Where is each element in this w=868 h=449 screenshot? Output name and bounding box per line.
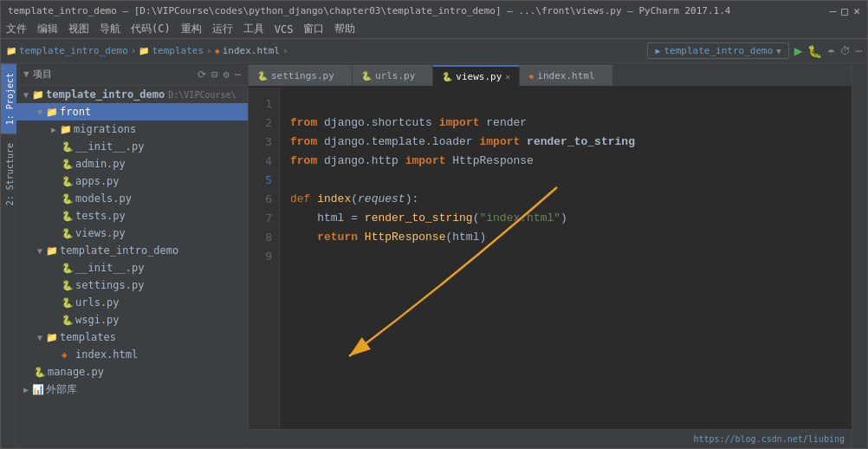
menu-refactor[interactable]: 重构 [181, 22, 202, 36]
tree-settings-label: settings.py [75, 279, 144, 291]
status-bar: https://blog.csdn.net/liubing [249, 429, 852, 448]
menu-edit[interactable]: 编辑 [37, 22, 58, 36]
templates-folder-icon: 📁 [46, 332, 60, 343]
menu-navigate[interactable]: 导航 [100, 22, 120, 36]
views-tab-icon: 🐍 [442, 72, 452, 81]
bc-root[interactable]: template_intro_demo [19, 45, 128, 56]
index-html-tab-icon: ◈ [528, 71, 534, 81]
window-title: template_intro_demo – [D:\VIPCourse\code… [8, 5, 730, 16]
tree-tid2-arrow: ▼ [34, 246, 46, 256]
panel-more-icon[interactable]: ⋯ [235, 68, 241, 81]
tab-index-html[interactable]: ◈ index.html ✕ [520, 65, 612, 86]
project-tree: ▼ 📁 template_intro_demo D:\VIPCourse\ ▼ … [16, 86, 248, 448]
line-num-2: 2 [256, 114, 272, 133]
panel-collapse-icon[interactable]: ⊟ [211, 68, 217, 81]
panel-title-label: 项目 [33, 68, 52, 81]
urls-py-icon: 🐍 [62, 297, 75, 309]
panel-dropdown-icon: ▼ [23, 68, 29, 80]
vertical-tabs-left: 1: Project 2: Structure [1, 63, 16, 448]
line-num-8: 8 [256, 228, 272, 247]
tree-root[interactable]: ▼ 📁 template_intro_demo D:\VIPCourse\ [16, 86, 248, 103]
profile-button[interactable]: ⏱ [840, 45, 851, 57]
init1-py-icon: 🐍 [62, 141, 75, 153]
menu-file[interactable]: 文件 [6, 22, 27, 36]
maximize-button[interactable]: □ [841, 4, 848, 17]
tab-urls-close[interactable]: ✕ [418, 71, 424, 81]
tab-settings-close[interactable]: ✕ [338, 71, 343, 81]
tab-views-close[interactable]: ✕ [505, 72, 510, 81]
wsgi-py-icon: 🐍 [62, 315, 75, 326]
line-num-4: 4 [256, 152, 272, 171]
menu-vcs[interactable]: VCS [275, 23, 294, 36]
window-controls: — □ ✕ [830, 4, 860, 17]
tab-index-html-label: index.html [537, 70, 594, 81]
tree-apps-label: apps.py [75, 175, 120, 187]
tree-templates[interactable]: ▼ 📁 templates [16, 329, 248, 346]
project-panel-header: ▼ 项目 ⟳ ⊟ ⚙ ⋯ [16, 63, 248, 86]
tree-front[interactable]: ▼ 📁 front [16, 103, 248, 120]
menu-bar: 文件 编辑 视图 导航 代码(C) 重构 运行 工具 VCS 窗口 帮助 [1, 20, 867, 39]
front-folder-icon: 📁 [46, 107, 60, 118]
tree-external[interactable]: ▶ 📊 外部库 [16, 381, 248, 398]
title-bar: template_intro_demo – [D:\VIPCourse\code… [1, 1, 867, 20]
external-icon: 📊 [32, 384, 46, 395]
line-num-5: 5 [256, 171, 272, 190]
tree-init1[interactable]: 🐍 __init__.py [16, 138, 248, 155]
tree-migrations[interactable]: ▶ 📁 migrations [16, 120, 248, 138]
bc-templates[interactable]: templates [152, 45, 204, 56]
tab-index-html-close[interactable]: ✕ [599, 71, 604, 81]
coverage-button[interactable]: ☂ [827, 44, 834, 58]
minimize-button[interactable]: — [830, 4, 837, 17]
vertical-tabs-right [852, 63, 867, 448]
tree-urls-file[interactable]: 🐍 urls.py [16, 294, 248, 311]
tree-root-label: template_intro_demo [46, 88, 165, 101]
vtab-project[interactable]: 1: Project [1, 63, 16, 133]
tree-models[interactable]: 🐍 models.py [16, 190, 248, 207]
tree-tests[interactable]: 🐍 tests.py [16, 207, 248, 224]
menu-help[interactable]: 帮助 [334, 22, 355, 36]
panel-gear-icon[interactable]: ⚙ [223, 68, 230, 81]
debug-button[interactable]: 🐛 [807, 44, 822, 58]
menu-code[interactable]: 代码(C) [131, 22, 171, 36]
tab-views[interactable]: 🐍 views.py ✕ [433, 65, 520, 86]
tree-wsgi[interactable]: 🐍 wsgi.py [16, 311, 248, 329]
menu-tools[interactable]: 工具 [243, 22, 264, 36]
close-button[interactable]: ✕ [853, 4, 860, 17]
menu-run[interactable]: 运行 [212, 22, 233, 36]
line-num-1: 1 [256, 94, 272, 114]
tests-py-icon: 🐍 [62, 211, 75, 222]
tree-init2[interactable]: 🐍 __init__.py [16, 259, 248, 277]
menu-view[interactable]: 视图 [68, 22, 89, 36]
tree-index-html[interactable]: ◈ index.html [16, 346, 248, 363]
more-run-button[interactable]: ⋯ [856, 45, 862, 57]
vtab-structure[interactable]: 2: Structure [1, 133, 16, 214]
code-editor[interactable]: 1 2 3 4 5 6 7 8 9 from django.shortcuts … [249, 88, 852, 429]
tab-urls[interactable]: 🐍 urls.py ✕ [353, 65, 433, 86]
admin-py-icon: 🐍 [62, 159, 75, 170]
tree-external-label: 外部库 [46, 382, 77, 397]
run-button[interactable]: ▶ [794, 42, 803, 59]
tree-tid2[interactable]: ▼ 📁 template_intro_demo [16, 242, 248, 259]
run-config-box[interactable]: ▶ template_intro_demo ▼ [647, 42, 788, 59]
tree-manage[interactable]: 🐍 manage.py [16, 363, 248, 381]
tree-migrations-arrow: ▶ [48, 125, 60, 134]
manage-py-icon: 🐍 [34, 367, 48, 378]
panel-sync-icon[interactable]: ⟳ [198, 68, 206, 81]
code-line-7: return HttpResponse(html) [290, 231, 486, 244]
tree-tests-label: tests.py [75, 210, 126, 222]
tab-settings[interactable]: 🐍 settings.py ✕ [249, 65, 353, 86]
tree-index-html-label: index.html [75, 348, 138, 361]
tree-views[interactable]: 🐍 views.py [16, 224, 248, 242]
tree-views-label: views.py [75, 227, 126, 239]
run-config-label: template_intro_demo [664, 45, 773, 56]
tree-admin[interactable]: 🐍 admin.py [16, 155, 248, 172]
tree-apps[interactable]: 🐍 apps.py [16, 172, 248, 190]
tree-init2-label: __init__.py [75, 262, 144, 274]
code-content[interactable]: from django.shortcuts import render from… [280, 88, 852, 429]
bc-current: index.html [223, 45, 280, 56]
code-line-3: from django.http import HttpResponse [290, 154, 534, 167]
menu-window[interactable]: 窗口 [303, 22, 324, 36]
tree-wsgi-label: wsgi.py [75, 314, 120, 326]
tab-settings-label: settings.py [271, 70, 334, 81]
tree-settings-file[interactable]: 🐍 settings.py [16, 277, 248, 294]
